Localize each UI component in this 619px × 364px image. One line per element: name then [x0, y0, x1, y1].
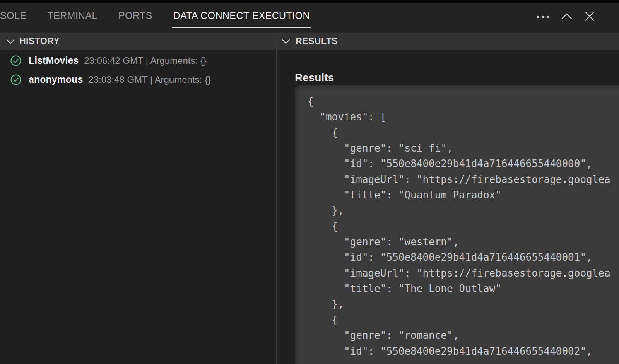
code-line: "genre": "romance", — [308, 328, 619, 343]
code-line: "id": "550e8400e29b41d4a716446655440000"… — [308, 156, 619, 171]
operation-name: anonymous — [29, 74, 83, 85]
code-line: { — [308, 94, 619, 109]
panel-tab-bar: SOLE TERMINAL PORTS DATA CONNECT EXECUTI… — [0, 3, 619, 33]
code-line: "id": "550e8400e29b41d4a716446655440002"… — [308, 343, 619, 359]
tab-label: SOLE — [0, 10, 26, 21]
results-body: Results { "movies": [ { "genre": "sci-fi… — [277, 50, 619, 364]
history-list: ListMovies 23:06:42 GMT | Arguments: {} … — [0, 50, 276, 89]
code-line: "title": "The Lone Outlaw" — [308, 281, 619, 296]
maximize-panel-button[interactable] — [561, 13, 573, 21]
chevron-down-icon — [282, 39, 290, 44]
code-line: "imageUrl": "https://firebasestorage.goo… — [308, 172, 619, 187]
tab-label: PORTS — [118, 10, 152, 21]
operation-meta: 23:03:48 GMT | Arguments: {} — [88, 74, 211, 85]
chevron-down-icon — [6, 39, 15, 44]
results-section-header[interactable]: RESULTS — [277, 33, 619, 50]
code-line: "genre": "sci-fi", — [308, 140, 619, 156]
history-section-title: HISTORY — [19, 36, 60, 46]
history-section-header[interactable]: HISTORY — [0, 33, 276, 50]
code-line: { — [308, 312, 619, 328]
code-line: }, — [308, 203, 619, 218]
success-check-circle-icon — [10, 55, 21, 66]
operation-meta: 23:06:42 GMT | Arguments: {} — [84, 55, 207, 66]
editor-edge — [0, 0, 619, 3]
code-line: "movies": [ — [308, 109, 619, 125]
success-check-circle-icon — [10, 74, 21, 85]
code-line: }, — [308, 296, 619, 312]
results-panel: RESULTS Results { "movies": [ { "genre":… — [277, 33, 619, 364]
tab-label: TERMINAL — [47, 10, 97, 21]
tab-terminal[interactable]: TERMINAL — [47, 3, 97, 33]
results-json-viewer[interactable]: { "movies": [ { "genre": "sci-fi", "id":… — [295, 85, 619, 364]
history-item-anonymous[interactable]: anonymous 23:03:48 GMT | Arguments: {} — [0, 70, 276, 89]
code-line: { — [308, 125, 619, 140]
history-item-listmovies[interactable]: ListMovies 23:06:42 GMT | Arguments: {} — [0, 51, 276, 70]
close-icon — [584, 11, 595, 23]
close-panel-button[interactable] — [584, 11, 595, 23]
tab-console[interactable]: SOLE — [0, 3, 26, 33]
results-title: Results — [295, 72, 619, 84]
more-actions-button[interactable] — [536, 14, 549, 21]
operation-name: ListMovies — [29, 55, 79, 66]
bottom-panel: SOLE TERMINAL PORTS DATA CONNECT EXECUTI… — [0, 0, 619, 364]
panel-content: HISTORY ListMovies 23:06:42 GMT | Argume… — [0, 33, 619, 364]
tab-label: DATA CONNECT EXECUTION — [173, 10, 310, 21]
code-line: "imageUrl": "https://firebasestorage.goo… — [308, 265, 619, 281]
panel-actions — [536, 3, 595, 33]
code-line: { — [308, 219, 619, 234]
results-section-title: RESULTS — [296, 36, 338, 46]
tab-data-connect-execution[interactable]: DATA CONNECT EXECUTION — [173, 3, 310, 33]
history-panel: HISTORY ListMovies 23:06:42 GMT | Argume… — [0, 33, 276, 364]
chevron-up-icon — [561, 13, 573, 21]
code-line: "title": "Quantum Paradox" — [308, 187, 619, 203]
code-line: "id": "550e8400e29b41d4a716446655440001"… — [308, 250, 619, 265]
ellipsis-icon — [536, 14, 549, 21]
tab-ports[interactable]: PORTS — [118, 3, 152, 33]
code-line: "genre": "western", — [308, 234, 619, 250]
